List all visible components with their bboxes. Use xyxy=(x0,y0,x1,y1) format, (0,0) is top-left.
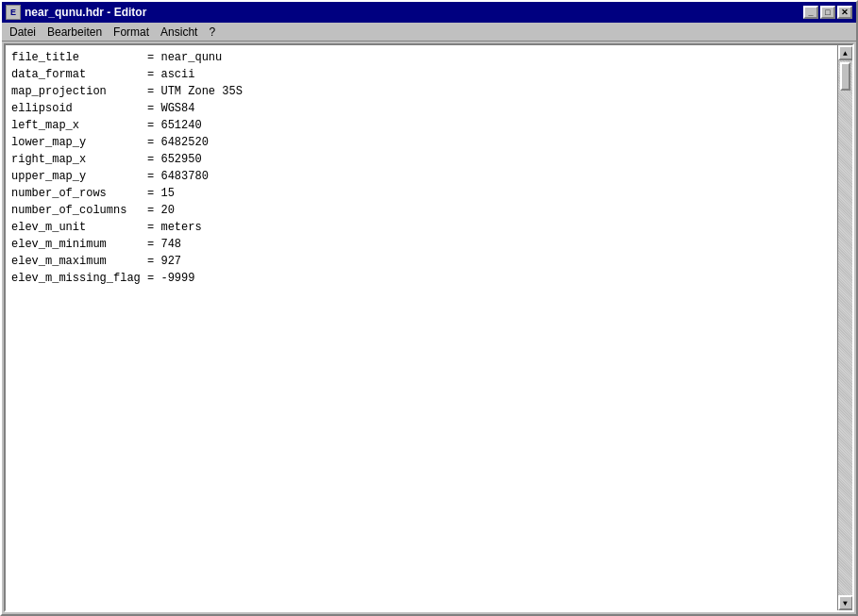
title-bar-controls: _ □ ✕ xyxy=(803,6,852,19)
vertical-scrollbar: ▲ ▼ xyxy=(837,45,852,610)
menu-bearbeiten[interactable]: Bearbeiten xyxy=(42,23,108,41)
editor-area: file_title = near_qunu data_format = asc… xyxy=(4,43,854,612)
menu-ansicht[interactable]: Ansicht xyxy=(155,23,203,41)
close-button[interactable]: ✕ xyxy=(837,6,852,19)
scroll-thumb[interactable] xyxy=(840,62,850,91)
scroll-down-button[interactable]: ▼ xyxy=(838,595,853,610)
title-bar-text: E near_qunu.hdr - Editor xyxy=(6,5,146,20)
scroll-up-button[interactable]: ▲ xyxy=(838,45,853,60)
maximize-button[interactable]: □ xyxy=(820,6,835,19)
menu-help[interactable]: ? xyxy=(203,23,221,41)
title-bar: E near_qunu.hdr - Editor _ □ ✕ xyxy=(2,2,856,23)
minimize-button[interactable]: _ xyxy=(803,6,818,19)
menu-bar: Datei Bearbeiten Format Ansicht ? xyxy=(2,23,856,42)
menu-datei[interactable]: Datei xyxy=(4,23,42,41)
window-icon: E xyxy=(6,5,21,20)
main-window: E near_qunu.hdr - Editor _ □ ✕ Datei Bea… xyxy=(0,0,858,616)
menu-format[interactable]: Format xyxy=(108,23,155,41)
window-title: near_qunu.hdr - Editor xyxy=(25,6,146,19)
scroll-track[interactable] xyxy=(838,60,852,595)
editor-content[interactable]: file_title = near_qunu data_format = asc… xyxy=(6,45,837,610)
